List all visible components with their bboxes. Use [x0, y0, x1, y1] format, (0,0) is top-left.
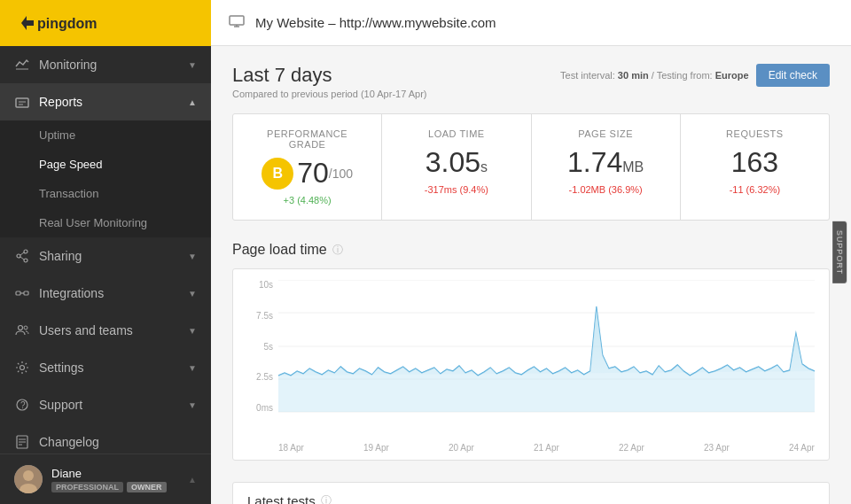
chart-container: 10s 7.5s 5s 2.5s 0ms: [232, 268, 830, 461]
metric-load-time: Load time 3.05s -317ms (9.4%): [382, 114, 530, 220]
load-time-label: Load time: [396, 128, 516, 139]
page-size-label: Page size: [546, 128, 666, 139]
metrics-row: Performance grade B 70/100 +3 (4.48%) Lo…: [232, 113, 830, 221]
badge-owner: OWNER: [127, 482, 167, 492]
changelog-icon: [14, 434, 30, 450]
user-details: Diane PROFESSIONAL OWNER: [51, 467, 167, 492]
svg-point-13: [24, 326, 27, 330]
svg-rect-10: [24, 291, 28, 295]
svg-point-4: [24, 250, 27, 253]
sidebar-navigation: Monitoring ▼ Reports ▲ Uptime Page Speed…: [0, 46, 211, 454]
monitoring-icon: [14, 57, 30, 73]
chart-plot: [278, 280, 815, 439]
grade-number: 70: [297, 157, 329, 190]
x-label-0: 18 Apr: [278, 443, 304, 453]
integrations-icon: [14, 285, 30, 301]
y-label-1: 7.5s: [247, 311, 278, 321]
subnav-transaction[interactable]: Transaction: [0, 179, 211, 208]
sidebar-item-sharing[interactable]: Sharing ▼: [0, 237, 211, 275]
svg-point-6: [17, 254, 20, 258]
sidebar-item-settings[interactable]: Settings ▼: [0, 349, 211, 386]
settings-icon: [14, 360, 30, 376]
sidebar-item-users-teams[interactable]: Users and teams ▼: [0, 312, 211, 349]
y-label-3: 2.5s: [247, 372, 278, 382]
x-label-3: 21 Apr: [534, 443, 559, 453]
sharing-label: Sharing: [39, 249, 82, 263]
monitoring-label: Monitoring: [39, 58, 97, 72]
sharing-icon: [14, 248, 30, 264]
changelog-label: Changelog: [39, 435, 99, 449]
subnav-uptime[interactable]: Uptime: [0, 120, 211, 150]
chart-area: 10s 7.5s 5s 2.5s 0ms: [247, 280, 815, 439]
main-content: My Website – http://www.mywebsite.com La…: [211, 0, 851, 504]
metric-requests: Requests 163 -11 (6.32%): [681, 114, 829, 220]
requests-label: Requests: [695, 128, 815, 139]
x-label-6: 24 Apr: [789, 443, 815, 453]
integrations-label: Integrations: [39, 286, 104, 300]
support-tab[interactable]: SUPPORT: [832, 221, 847, 283]
sidebar-item-monitoring[interactable]: Monitoring ▼: [0, 46, 211, 83]
latest-tests-section: Latest tests ⓘ DATE & TIME LOAD TIME PAG…: [232, 482, 830, 504]
latest-tests-info-icon: ⓘ: [321, 493, 332, 504]
period-header: Last 7 days Compared to previous period …: [232, 64, 830, 99]
metric-performance-grade: Performance grade B 70/100 +3 (4.48%): [233, 114, 381, 220]
user-info: Diane PROFESSIONAL OWNER: [14, 465, 167, 493]
svg-text:?: ?: [20, 400, 26, 410]
period-subtitle: Compared to previous period (10 Apr-17 A…: [232, 89, 427, 99]
chart-svg: [278, 280, 815, 413]
reports-chevron: ▲: [188, 97, 197, 107]
badge-professional: PROFESSIONAL: [51, 482, 123, 492]
svg-rect-1: [16, 98, 28, 107]
sidebar-item-reports[interactable]: Reports ▲: [0, 83, 211, 120]
subnav-page-speed[interactable]: Page Speed: [0, 150, 211, 179]
sidebar-item-support[interactable]: ? Support ▼: [0, 386, 211, 423]
sidebar-footer: Diane PROFESSIONAL OWNER ▲: [0, 454, 211, 504]
sidebar: pingdom Monitoring ▼ Reports ▲: [0, 0, 211, 504]
period-info: Last 7 days Compared to previous period …: [232, 64, 427, 99]
support-chevron: ▼: [188, 400, 197, 410]
svg-rect-9: [16, 291, 20, 295]
y-label-0: 10s: [247, 280, 278, 290]
testing-from-value: Europe: [715, 70, 749, 81]
page-size-unit: MB: [622, 159, 644, 174]
edit-check-button[interactable]: Edit check: [756, 64, 830, 87]
reports-icon: [14, 94, 30, 110]
chart-x-labels: 18 Apr 19 Apr 20 Apr 21 Apr 22 Apr 23 Ap…: [278, 439, 815, 460]
svg-point-5: [24, 259, 27, 262]
grade-suffix: /100: [329, 167, 353, 181]
chart-info-icon: ⓘ: [332, 243, 343, 258]
chart-y-labels: 10s 7.5s 5s 2.5s 0ms: [247, 280, 278, 413]
svg-point-12: [19, 326, 23, 330]
users-icon: [14, 322, 30, 338]
svg-line-8: [20, 257, 24, 260]
perf-grade-label: Performance grade: [247, 128, 367, 150]
requests-change: -11 (6.32%): [695, 184, 815, 195]
x-label-4: 22 Apr: [619, 443, 644, 453]
content-area: Last 7 days Compared to previous period …: [211, 46, 851, 504]
latest-tests-header: Latest tests ⓘ: [233, 483, 829, 504]
requests-number: 163: [731, 146, 778, 178]
test-interval: Test interval: 30 min / Testing from: Eu…: [560, 70, 749, 81]
pingdom-logo: pingdom: [14, 11, 121, 35]
user-menu-chevron[interactable]: ▲: [188, 475, 197, 485]
topbar: My Website – http://www.mywebsite.com: [211, 0, 851, 46]
settings-label: Settings: [39, 361, 84, 375]
user-name: Diane: [51, 467, 167, 480]
reports-subnav: Uptime Page Speed Transaction Real User …: [0, 120, 211, 237]
monitor-icon: [229, 15, 245, 31]
chart-section-title: Page load time ⓘ: [232, 242, 830, 258]
x-label-2: 20 Apr: [449, 443, 474, 453]
y-label-4: 0ms: [247, 403, 278, 413]
page-size-value-row: 1.74MB: [546, 146, 666, 179]
sidebar-item-integrations[interactable]: Integrations ▼: [0, 275, 211, 312]
user-badges: PROFESSIONAL OWNER: [51, 482, 167, 492]
settings-chevron: ▼: [188, 363, 197, 373]
sidebar-item-changelog[interactable]: Changelog: [0, 423, 211, 454]
page-size-number: 1.74: [567, 146, 622, 178]
x-label-5: 23 Apr: [704, 443, 730, 453]
subnav-rum[interactable]: Real User Monitoring: [0, 208, 211, 237]
x-label-1: 19 Apr: [363, 443, 389, 453]
perf-grade-change: +3 (4.48%): [247, 195, 367, 205]
test-info: Test interval: 30 min / Testing from: Eu…: [560, 64, 830, 87]
reports-label: Reports: [39, 95, 82, 109]
